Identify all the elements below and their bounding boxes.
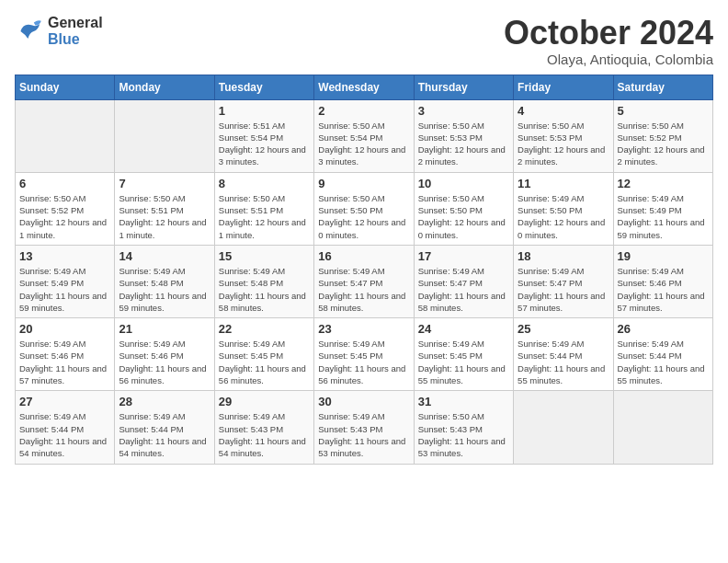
day-number: 30 [318,395,409,408]
calendar-table: SundayMondayTuesdayWednesdayThursdayFrid… [15,75,713,465]
day-info: Sunrise: 5:49 AM Sunset: 5:43 PM Dayligh… [219,410,310,459]
calendar-cell: 6Sunrise: 5:50 AM Sunset: 5:52 PM Daylig… [16,172,115,245]
calendar-cell: 18Sunrise: 5:49 AM Sunset: 5:47 PM Dayli… [514,245,613,317]
day-number: 1 [219,104,310,118]
calendar-cell: 9Sunrise: 5:50 AM Sunset: 5:50 PM Daylig… [314,172,414,245]
day-info: Sunrise: 5:50 AM Sunset: 5:54 PM Dayligh… [318,120,409,168]
day-header-tuesday: Tuesday [214,75,313,99]
day-header-monday: Monday [115,75,214,99]
day-info: Sunrise: 5:49 AM Sunset: 5:46 PM Dayligh… [19,338,110,386]
day-number: 16 [318,249,409,263]
day-number: 21 [119,322,210,336]
day-number: 11 [518,177,609,190]
day-info: Sunrise: 5:49 AM Sunset: 5:49 PM Dayligh… [618,192,709,241]
day-number: 7 [119,177,210,190]
day-info: Sunrise: 5:49 AM Sunset: 5:47 PM Dayligh… [518,265,609,314]
calendar-cell: 29Sunrise: 5:49 AM Sunset: 5:43 PM Dayli… [214,391,313,464]
day-number: 31 [418,395,509,408]
calendar-cell: 23Sunrise: 5:49 AM Sunset: 5:45 PM Dayli… [314,318,414,391]
calendar-week-row: 6Sunrise: 5:50 AM Sunset: 5:52 PM Daylig… [16,172,713,245]
calendar-cell: 28Sunrise: 5:49 AM Sunset: 5:44 PM Dayli… [115,391,214,464]
day-info: Sunrise: 5:49 AM Sunset: 5:45 PM Dayligh… [219,338,310,386]
day-header-thursday: Thursday [414,75,513,99]
day-info: Sunrise: 5:49 AM Sunset: 5:48 PM Dayligh… [219,265,310,314]
day-number: 27 [19,395,110,408]
calendar-cell: 20Sunrise: 5:49 AM Sunset: 5:46 PM Dayli… [16,318,115,391]
day-number: 25 [518,322,609,336]
day-number: 10 [418,177,509,190]
calendar-cell [514,391,613,464]
day-info: Sunrise: 5:49 AM Sunset: 5:46 PM Dayligh… [119,338,210,386]
calendar-cell: 11Sunrise: 5:49 AM Sunset: 5:50 PM Dayli… [514,172,613,245]
title-area: October 2024 Olaya, Antioquia, Colombia [504,15,713,67]
calendar-cell: 8Sunrise: 5:50 AM Sunset: 5:51 PM Daylig… [214,172,313,245]
day-info: Sunrise: 5:49 AM Sunset: 5:45 PM Dayligh… [418,338,509,386]
day-number: 8 [219,177,310,190]
calendar-cell: 7Sunrise: 5:50 AM Sunset: 5:51 PM Daylig… [115,172,214,245]
calendar-cell: 12Sunrise: 5:49 AM Sunset: 5:49 PM Dayli… [613,172,712,245]
day-info: Sunrise: 5:49 AM Sunset: 5:50 PM Dayligh… [518,192,609,241]
day-number: 5 [618,104,709,118]
calendar-cell: 16Sunrise: 5:49 AM Sunset: 5:47 PM Dayli… [314,245,414,317]
day-number: 9 [318,177,409,190]
day-number: 26 [618,322,709,336]
day-info: Sunrise: 5:49 AM Sunset: 5:44 PM Dayligh… [518,338,609,386]
day-number: 6 [19,177,110,190]
day-number: 14 [119,249,210,263]
day-number: 17 [418,249,509,263]
day-info: Sunrise: 5:50 AM Sunset: 5:51 PM Dayligh… [219,192,310,241]
day-number: 15 [219,249,310,263]
calendar-week-row: 20Sunrise: 5:49 AM Sunset: 5:46 PM Dayli… [16,318,713,391]
day-info: Sunrise: 5:49 AM Sunset: 5:46 PM Dayligh… [618,265,709,314]
day-number: 13 [19,249,110,263]
day-info: Sunrise: 5:50 AM Sunset: 5:53 PM Dayligh… [518,120,609,168]
day-number: 20 [19,322,110,336]
day-header-saturday: Saturday [613,75,712,99]
day-info: Sunrise: 5:49 AM Sunset: 5:44 PM Dayligh… [119,410,210,459]
calendar-week-row: 27Sunrise: 5:49 AM Sunset: 5:44 PM Dayli… [16,391,713,464]
day-info: Sunrise: 5:50 AM Sunset: 5:43 PM Dayligh… [418,410,509,459]
day-number: 24 [418,322,509,336]
month-title: October 2024 [504,15,713,52]
calendar-cell: 17Sunrise: 5:49 AM Sunset: 5:47 PM Dayli… [414,245,513,317]
logo-text: General Blue [48,15,103,48]
day-header-friday: Friday [514,75,613,99]
calendar-cell: 1Sunrise: 5:51 AM Sunset: 5:54 PM Daylig… [214,99,313,172]
day-number: 2 [318,104,409,118]
location-subtitle: Olaya, Antioquia, Colombia [504,52,713,67]
day-number: 19 [618,249,709,263]
day-info: Sunrise: 5:50 AM Sunset: 5:51 PM Dayligh… [119,192,210,241]
day-info: Sunrise: 5:49 AM Sunset: 5:47 PM Dayligh… [318,265,409,314]
calendar-cell [613,391,712,464]
day-info: Sunrise: 5:49 AM Sunset: 5:43 PM Dayligh… [318,410,409,459]
calendar-week-row: 13Sunrise: 5:49 AM Sunset: 5:49 PM Dayli… [16,245,713,317]
day-info: Sunrise: 5:50 AM Sunset: 5:50 PM Dayligh… [318,192,409,241]
calendar-cell: 30Sunrise: 5:49 AM Sunset: 5:43 PM Dayli… [314,391,414,464]
day-info: Sunrise: 5:49 AM Sunset: 5:45 PM Dayligh… [318,338,409,386]
day-number: 22 [219,322,310,336]
day-number: 18 [518,249,609,263]
day-info: Sunrise: 5:51 AM Sunset: 5:54 PM Dayligh… [219,120,310,168]
day-info: Sunrise: 5:50 AM Sunset: 5:53 PM Dayligh… [418,120,509,168]
calendar-cell: 3Sunrise: 5:50 AM Sunset: 5:53 PM Daylig… [414,99,513,172]
calendar-cell: 26Sunrise: 5:49 AM Sunset: 5:44 PM Dayli… [613,318,712,391]
day-number: 3 [418,104,509,118]
calendar-cell: 14Sunrise: 5:49 AM Sunset: 5:48 PM Dayli… [115,245,214,317]
calendar-cell: 25Sunrise: 5:49 AM Sunset: 5:44 PM Dayli… [514,318,613,391]
calendar-week-row: 1Sunrise: 5:51 AM Sunset: 5:54 PM Daylig… [16,99,713,172]
calendar-cell: 21Sunrise: 5:49 AM Sunset: 5:46 PM Dayli… [115,318,214,391]
calendar-cell: 15Sunrise: 5:49 AM Sunset: 5:48 PM Dayli… [214,245,313,317]
day-number: 12 [618,177,709,190]
day-number: 28 [119,395,210,408]
day-info: Sunrise: 5:49 AM Sunset: 5:48 PM Dayligh… [119,265,210,314]
calendar-cell: 10Sunrise: 5:50 AM Sunset: 5:50 PM Dayli… [414,172,513,245]
calendar-cell: 5Sunrise: 5:50 AM Sunset: 5:52 PM Daylig… [613,99,712,172]
calendar-cell: 4Sunrise: 5:50 AM Sunset: 5:53 PM Daylig… [514,99,613,172]
header: General Blue October 2024 Olaya, Antioqu… [15,15,713,67]
day-number: 4 [518,104,609,118]
logo: General Blue [15,15,103,48]
day-info: Sunrise: 5:49 AM Sunset: 5:44 PM Dayligh… [618,338,709,386]
calendar-cell: 2Sunrise: 5:50 AM Sunset: 5:54 PM Daylig… [314,99,414,172]
logo-bird-icon [15,17,44,46]
calendar-cell: 24Sunrise: 5:49 AM Sunset: 5:45 PM Dayli… [414,318,513,391]
